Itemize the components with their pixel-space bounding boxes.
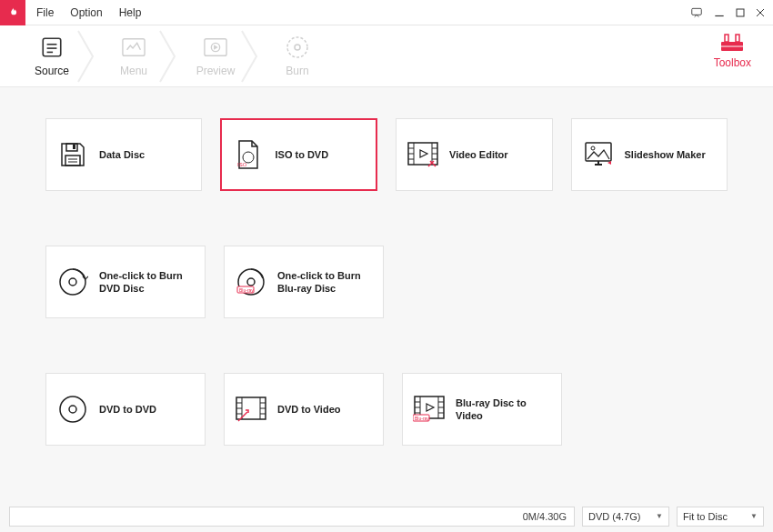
stepper-nav: Source Menu Preview Burn Toolbox xyxy=(0,25,773,87)
card-label: One-click to Burn Blu-ray Disc xyxy=(277,269,374,296)
title-bar: File Option Help xyxy=(0,0,773,25)
fit-select[interactable]: Fit to Disc ▼ xyxy=(677,507,764,527)
toolbox-button[interactable]: Toolbox xyxy=(714,33,751,69)
svg-rect-19 xyxy=(73,145,75,149)
film-edit-icon xyxy=(406,140,440,169)
card-label: DVD to Video xyxy=(277,403,340,416)
svg-text:ISO: ISO xyxy=(237,162,247,167)
svg-rect-20 xyxy=(65,156,80,166)
card-label: Data Disc xyxy=(99,148,145,161)
flame-icon xyxy=(6,6,19,19)
app-logo xyxy=(0,0,25,25)
step-menu[interactable]: Menu xyxy=(93,35,175,77)
step-label-menu: Menu xyxy=(120,65,147,77)
card-row-1: Data Disc ISO ISO to DVD Video Editor Sl… xyxy=(45,118,728,191)
main-content: Data Disc ISO ISO to DVD Video Editor Sl… xyxy=(0,87,773,500)
disc-type-select[interactable]: DVD (4.7G) ▼ xyxy=(582,507,669,527)
card-one-click-bluray[interactable]: Blu-ray One-click to Burn Blu-ray Disc xyxy=(224,246,384,318)
card-video-editor[interactable]: Video Editor xyxy=(396,118,552,191)
svg-rect-16 xyxy=(736,35,739,42)
menu-help[interactable]: Help xyxy=(119,6,142,19)
card-label: Video Editor xyxy=(449,148,508,161)
card-label: DVD to DVD xyxy=(99,403,156,416)
step-preview[interactable]: Preview xyxy=(175,35,256,77)
card-label: One-click to Burn DVD Disc xyxy=(99,269,196,296)
step-label-source: Source xyxy=(35,65,69,77)
disc-type-value: DVD (4.7G) xyxy=(588,511,640,522)
menu-option[interactable]: Option xyxy=(70,6,102,19)
slideshow-icon xyxy=(581,140,616,169)
card-slideshow-maker[interactable]: Slideshow Maker xyxy=(571,118,728,191)
preview-icon xyxy=(204,35,227,59)
film-export-icon xyxy=(234,395,268,424)
feedback-icon[interactable] xyxy=(689,6,704,19)
fit-value: Fit to Disc xyxy=(683,511,728,522)
size-text: 0M/4.30G xyxy=(523,511,567,522)
chevron-down-icon: ▼ xyxy=(656,512,663,520)
source-icon xyxy=(40,35,64,59)
card-one-click-dvd[interactable]: One-click to Burn DVD Disc xyxy=(45,246,206,318)
maximize-icon[interactable] xyxy=(735,7,746,18)
svg-point-35 xyxy=(591,146,595,150)
burn-icon xyxy=(286,35,309,59)
card-label: Blu-ray Disc to Video xyxy=(456,396,552,423)
svg-point-44 xyxy=(60,396,85,422)
menu-file[interactable]: File xyxy=(36,6,54,19)
card-row-2: One-click to Burn DVD Disc Blu-ray One-c… xyxy=(45,246,728,318)
svg-rect-15 xyxy=(725,35,728,42)
iso-file-icon: ISO xyxy=(231,140,266,169)
toolbox-icon xyxy=(719,33,745,53)
card-data-disc[interactable]: Data Disc xyxy=(45,118,202,191)
window-controls xyxy=(689,6,766,19)
svg-point-13 xyxy=(295,45,300,50)
svg-point-39 xyxy=(69,278,76,286)
bluray-film-icon: Blu-ray xyxy=(412,395,447,424)
menu-bar: File Option Help xyxy=(36,6,141,19)
menu-step-icon xyxy=(122,35,146,59)
bottom-bar: 0M/4.30G DVD (4.7G) ▼ Fit to Disc ▼ xyxy=(0,500,773,532)
floppy-icon xyxy=(55,140,90,169)
svg-rect-34 xyxy=(586,143,611,161)
svg-rect-18 xyxy=(66,144,77,151)
svg-text:Blu-ray: Blu-ray xyxy=(239,287,254,293)
step-source[interactable]: Source xyxy=(11,35,93,77)
svg-point-41 xyxy=(247,278,255,286)
svg-point-45 xyxy=(69,406,76,413)
card-label: ISO to DVD xyxy=(275,148,328,161)
chevron-down-icon: ▼ xyxy=(750,512,758,520)
minimize-icon[interactable] xyxy=(713,6,726,19)
disc-icon xyxy=(55,395,90,424)
svg-rect-5 xyxy=(43,38,61,56)
card-dvd-to-video[interactable]: DVD to Video xyxy=(224,373,384,446)
svg-rect-0 xyxy=(692,8,702,15)
step-label-preview: Preview xyxy=(196,65,236,77)
toolbox-label: Toolbox xyxy=(714,56,751,69)
step-burn[interactable]: Burn xyxy=(256,35,338,77)
svg-point-12 xyxy=(287,37,307,57)
svg-rect-2 xyxy=(737,9,744,16)
card-label: Slideshow Maker xyxy=(625,148,706,161)
card-dvd-to-dvd[interactable]: DVD to DVD xyxy=(45,373,206,446)
card-iso-to-dvd[interactable]: ISO ISO to DVD xyxy=(220,118,377,191)
close-icon[interactable] xyxy=(755,7,766,18)
disc-size-display: 0M/4.30G xyxy=(9,507,575,527)
bluray-disc-icon: Blu-ray xyxy=(234,267,268,296)
disc-refresh-icon xyxy=(55,267,90,296)
step-label-burn: Burn xyxy=(286,65,308,77)
svg-text:Blu-ray: Blu-ray xyxy=(415,416,429,421)
card-bluray-to-video[interactable]: Blu-ray Blu-ray Disc to Video xyxy=(402,373,562,446)
card-row-3: DVD to DVD DVD to Video Blu-ray Blu-ray … xyxy=(45,373,728,446)
